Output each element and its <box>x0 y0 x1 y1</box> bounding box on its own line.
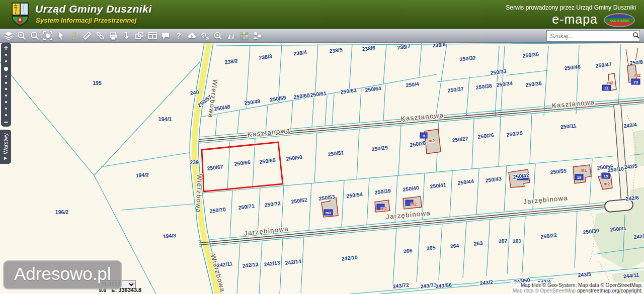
zoom-slider: + − <box>1 43 11 127</box>
expand-arrow-icon: ▶ <box>4 156 7 160</box>
zoom-out-button[interactable]: − <box>4 118 9 127</box>
parcel-label-265: 265 <box>426 244 436 251</box>
copy-view-icon[interactable] <box>133 30 146 42</box>
comment-icon[interactable] <box>159 30 172 42</box>
building-label: m2 <box>634 73 641 78</box>
service-note: Serwis prowadzony przez Urząd Gminy Dusz… <box>506 4 636 11</box>
page-title: Urząd Gminy Duszniki <box>35 3 152 15</box>
parcel-label-262: 262 <box>498 237 508 244</box>
search-icon[interactable] <box>632 32 639 41</box>
zoom-level-dot[interactable] <box>5 75 7 77</box>
zoom-level-track[interactable] <box>4 52 8 118</box>
parcel-label-240: 240 <box>190 89 199 96</box>
help-icon[interactable]: ? <box>172 30 185 42</box>
zoom-out-icon[interactable] <box>28 30 41 42</box>
address-number: 9 <box>423 134 425 138</box>
measure-icon[interactable] <box>80 30 94 42</box>
zoom-level-dot[interactable] <box>4 67 8 71</box>
map-canvas[interactable]: KasztanowaKasztanowaKasztanowaJarzębinow… <box>0 43 644 294</box>
watermark: Adresowo.pl <box>3 260 122 289</box>
parcel-label-266: 266 <box>403 247 413 254</box>
map-attribution: Map tiles © Geo-System; Map data © OpenS… <box>511 282 644 294</box>
parcel-label-194-3: 194/3 <box>163 232 176 239</box>
address-number: 15 <box>604 174 608 178</box>
link-icon[interactable] <box>94 30 107 42</box>
emapa-brand: e-mapa <box>552 12 598 27</box>
zoom-level-dot[interactable] <box>5 108 7 110</box>
select-cursor-icon[interactable] <box>54 30 67 42</box>
print-icon[interactable] <box>107 30 120 42</box>
building-label: m1 <box>581 168 587 173</box>
profile-share-icon[interactable] <box>251 30 264 42</box>
layers-icon[interactable] <box>2 30 15 42</box>
mirror-icon[interactable] <box>224 30 237 42</box>
parcel-label-242-7: 242/7 <box>633 233 644 240</box>
zoom-level-dot[interactable] <box>5 88 7 90</box>
parcel-label-196-2: 196/2 <box>55 209 68 215</box>
building-label: m2 <box>604 181 610 186</box>
parcel-label-263: 263 <box>473 240 483 247</box>
address-number: 19 <box>577 175 581 180</box>
search-box <box>546 30 640 42</box>
svg-text:⚙: ⚙ <box>205 36 209 41</box>
svg-text:GEO-SYSTEM: GEO-SYSTEM <box>610 19 629 22</box>
zoom-level-dot[interactable] <box>5 54 7 56</box>
parcel-label-264: 264 <box>450 242 459 249</box>
page-subtitle: System Informacji Przestrzennej <box>36 17 136 24</box>
legend-icon[interactable] <box>237 30 251 42</box>
address-number: m1 <box>326 211 331 215</box>
geo-system-logo: GEO-SYSTEM <box>604 13 635 27</box>
svg-text:?: ? <box>176 32 181 40</box>
preview-icon[interactable] <box>211 30 224 42</box>
download-marker-icon[interactable] <box>120 30 133 42</box>
layers-panel-tab[interactable]: Warstwy ▶ <box>0 130 11 164</box>
street-label: Wierzbowa <box>195 174 204 213</box>
app-window: KasztanowaKasztanowaKasztanowaJarzębinow… <box>0 0 644 294</box>
search-input[interactable] <box>547 33 632 40</box>
parcel-label-261: 261 <box>512 237 522 244</box>
cloud-upload-icon[interactable] <box>185 30 198 42</box>
zoom-in-button[interactable]: + <box>4 43 9 52</box>
layers-tab-label: Warstwy <box>3 133 9 154</box>
zoom-level-dot[interactable] <box>5 94 7 96</box>
building-label: m2 <box>429 138 435 143</box>
svg-text:i: i <box>72 31 75 41</box>
address-number: 23 <box>633 80 637 84</box>
coat-of-arms <box>11 2 29 27</box>
attribution-line2: Map data © OpenStreetMap openstreetmap.o… <box>513 288 642 293</box>
parcel-label-194-1: 194/1 <box>158 116 172 122</box>
parcel-label-194-2: 194/2 <box>135 171 149 178</box>
settings-icon[interactable]: ⚙⚙ <box>198 30 211 42</box>
split-view-icon[interactable] <box>146 30 159 42</box>
zoom-level-dot[interactable] <box>5 82 7 84</box>
building-label: m2 <box>381 206 387 211</box>
zoom-level-dot[interactable] <box>5 101 7 103</box>
info-icon[interactable]: i <box>67 30 80 42</box>
zoom-in-icon[interactable] <box>15 30 28 42</box>
zoom-level-dot[interactable] <box>5 60 7 62</box>
parcel-label-239: 239 <box>190 159 199 165</box>
building-label: m2 <box>411 202 417 207</box>
zoom-extent-icon[interactable] <box>41 30 54 42</box>
building-label: m2 <box>607 80 614 85</box>
parcel-label-195: 195 <box>93 80 102 86</box>
address-number: 21 <box>604 86 608 90</box>
zoom-level-dot[interactable] <box>5 114 7 116</box>
attribution-line1: Map tiles © Geo-System; Map data © OpenS… <box>513 282 642 288</box>
app-header: Urząd Gminy Duszniki System Informacji P… <box>0 0 644 29</box>
